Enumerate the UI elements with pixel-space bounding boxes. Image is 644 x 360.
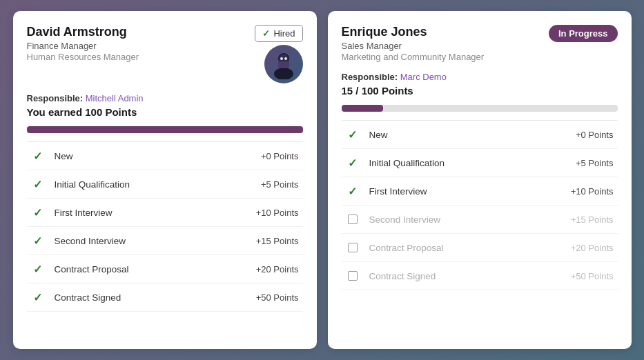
svg-point-5 xyxy=(284,57,287,60)
stage-row: ✓Contract Signed+50 Points xyxy=(27,283,303,312)
check-icon: ✓ xyxy=(33,150,42,163)
stage-name: Contract Proposal xyxy=(55,264,241,274)
responsible-label: Responsible: xyxy=(27,93,84,103)
stage-name: New xyxy=(369,130,556,140)
cards-container: David ArmstrongFinance ManagerHuman Reso… xyxy=(0,0,644,360)
checkbox-icon[interactable] xyxy=(348,243,358,252)
check-icon: ✓ xyxy=(33,291,42,304)
responsible-value: Mitchell Admin xyxy=(86,93,144,103)
stage-name: Contract Proposal xyxy=(369,243,556,253)
card-david: David ArmstrongFinance ManagerHuman Reso… xyxy=(13,11,317,349)
stage-name: First Interview xyxy=(55,208,241,218)
stage-points: +10 Points xyxy=(251,208,299,218)
stage-points: +50 Points xyxy=(251,292,299,303)
candidate-title: Sales Manager xyxy=(342,41,485,51)
stage-points: +20 Points xyxy=(251,264,299,274)
svg-point-4 xyxy=(280,57,283,60)
stage-name: Contract Signed xyxy=(55,292,241,303)
stages-list: ✓New+0 Points✓Initial Qualification+5 Po… xyxy=(27,141,303,312)
points-label: 15 / 100 Points xyxy=(342,85,618,97)
stage-name: Second Interview xyxy=(369,214,556,225)
candidate-title: Finance Manager xyxy=(27,41,139,51)
progress-bar xyxy=(27,126,303,133)
card-enrique: Enrique JonesSales ManagerMarketing and … xyxy=(328,11,632,349)
hired-badge: ✓Hired xyxy=(255,25,302,42)
checkbox-icon[interactable] xyxy=(348,271,358,281)
stages-list: ✓New+0 Points✓Initial Qualification+5 Po… xyxy=(342,120,618,290)
points-label: You earned 100 Points xyxy=(27,106,303,118)
stage-name: Initial Qualification xyxy=(369,158,556,168)
check-icon: ✓ xyxy=(33,206,42,219)
candidate-name: Enrique Jones xyxy=(342,25,485,39)
progress-bar xyxy=(342,105,618,112)
candidate-name: David Armstrong xyxy=(27,25,139,39)
candidate-subtitle: Marketing and Community Manager xyxy=(342,52,485,62)
stage-row: Contract Proposal+20 Points xyxy=(342,234,618,262)
candidate-subtitle: Human Resources Manager xyxy=(27,52,139,62)
responsible-value: Marc Demo xyxy=(400,72,447,82)
stage-name: Initial Qualification xyxy=(55,179,241,190)
stage-row: ✓Contract Proposal+20 Points xyxy=(27,255,303,283)
svg-point-1 xyxy=(274,68,293,79)
stage-name: New xyxy=(55,151,241,161)
responsible-row: Responsible: Mitchell Admin xyxy=(27,93,303,103)
stage-row: ✓First Interview+10 Points xyxy=(342,177,618,206)
check-icon: ✓ xyxy=(348,157,357,170)
check-icon: ✓ xyxy=(33,178,42,191)
responsible-row: Responsible: Marc Demo xyxy=(342,72,618,82)
stage-row: ✓New+0 Points xyxy=(342,121,618,149)
stage-points: +10 Points xyxy=(565,186,614,197)
card-header-david: David ArmstrongFinance ManagerHuman Reso… xyxy=(27,25,303,83)
check-icon: ✓ xyxy=(33,234,42,248)
stage-points: +5 Points xyxy=(565,158,614,168)
responsible-label: Responsible: xyxy=(342,72,398,82)
check-icon: ✓ xyxy=(262,28,270,39)
stage-points: +0 Points xyxy=(251,151,299,161)
stage-name: Contract Signed xyxy=(369,271,556,281)
badge-label: Hired xyxy=(273,28,295,39)
stage-row: ✓First Interview+10 Points xyxy=(27,199,303,227)
checkbox-icon[interactable] xyxy=(348,214,358,224)
stage-row: ✓New+0 Points xyxy=(27,142,303,170)
stage-points: +15 Points xyxy=(565,214,614,225)
stage-name: First Interview xyxy=(369,186,556,197)
stage-points: +50 Points xyxy=(565,271,614,281)
check-icon: ✓ xyxy=(33,263,42,276)
progress-bar-fill xyxy=(342,105,383,112)
card-header-enrique: Enrique JonesSales ManagerMarketing and … xyxy=(342,25,618,62)
stage-points: +0 Points xyxy=(565,130,614,140)
stage-points: +15 Points xyxy=(251,236,299,246)
stage-row: ✓Initial Qualification+5 Points xyxy=(342,149,618,177)
stage-name: Second Interview xyxy=(55,236,241,246)
in-progress-badge: In Progress xyxy=(549,25,618,42)
svg-rect-3 xyxy=(278,61,289,68)
stage-row: ✓Initial Qualification+5 Points xyxy=(27,170,303,199)
stage-points: +5 Points xyxy=(251,179,299,190)
stage-row: ✓Second Interview+15 Points xyxy=(27,227,303,255)
stage-row: Second Interview+15 Points xyxy=(342,206,618,234)
stage-row: Contract Signed+50 Points xyxy=(342,262,618,290)
progress-bar-fill xyxy=(27,126,303,133)
check-icon: ✓ xyxy=(348,128,357,141)
stage-points: +20 Points xyxy=(565,243,614,253)
check-icon: ✓ xyxy=(348,185,357,198)
avatar xyxy=(264,45,303,83)
